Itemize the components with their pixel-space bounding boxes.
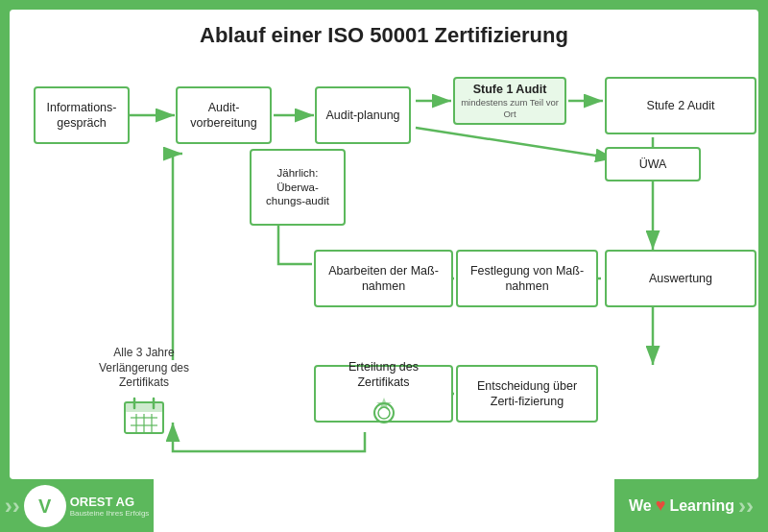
left-border [0,10,10,479]
footer: ›› V OREST AG Bausteine Ihres Erfolgs We… [0,479,768,532]
box-stufe1: Stufe 1 Audit mindestens zum Teil vor Or… [453,77,566,125]
chevron-right-deco: ›› [738,493,754,520]
right-border [758,10,768,479]
chevron-left-deco: ›› [5,493,20,520]
we-text: We [629,497,652,515]
main-container: Ablauf einer ISO 50001 Zertifizierung [0,0,768,532]
box-jaehrlich: Jährlich: Überwa-chungs-audit [250,149,346,226]
box-audit-plan: Audit-planung [315,86,411,144]
diagram-area: Informations-gespräch Audit-vorbereitung… [19,62,749,479]
box-auswertung: Auswertung [605,250,756,307]
medal-icon [369,394,399,424]
footer-left: ›› V OREST AG Bausteine Ihres Erfolgs [0,479,154,532]
vorest-brand-sub: Bausteine Ihres Erfolgs [70,509,150,518]
calendar-icon [123,397,165,435]
box-festlegung: Festlegung von Maß-nahmen [456,250,598,307]
box-abarbeiten: Abarbeiten der Maß-nahmen [314,250,453,307]
footer-right: We ♥ Learning ›› [614,479,768,532]
svg-line-5 [416,128,614,158]
box-audit-vorb: Audit-vorbereitung [176,86,272,144]
alle3jahre-text: Alle 3 Jahre Verlängerung des Zertifikat… [82,346,206,435]
box-entscheidung: Entscheidung über Zerti-fizierung [456,365,598,423]
vorest-brand-name: OREST AG [70,495,150,509]
svg-rect-12 [125,402,163,412]
heart-icon: ♥ [656,496,666,516]
top-border [0,0,768,10]
vorest-text: OREST AG Bausteine Ihres Erfolgs [70,495,150,518]
content-area: Ablauf einer ISO 50001 Zertifizierung [10,10,758,479]
box-stufe2: Stufe 2 Audit [605,77,756,134]
box-uewa: ÜWA [605,147,701,181]
vorest-v-letter: V [38,496,51,516]
box-info: Informations-gespräch [34,86,130,144]
vorest-logo-circle: V [24,485,66,527]
box-erteilung: Erteilung des Zertifikats [314,365,453,423]
learning-text: Learning [669,497,734,515]
footer-center [154,479,614,532]
page-title: Ablauf einer ISO 50001 Zertifizierung [10,10,758,56]
